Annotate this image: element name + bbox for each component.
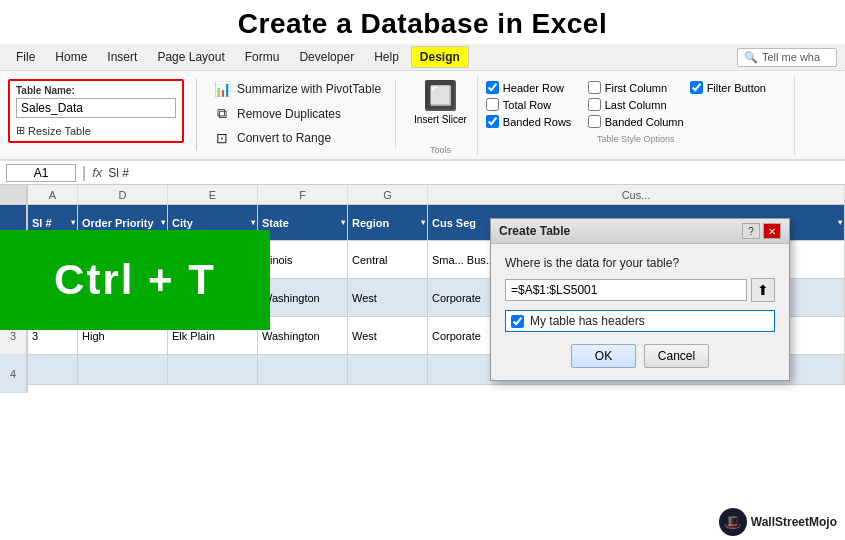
remove-duplicates-btn[interactable]: ⧉ Remove Duplicates — [209, 103, 385, 124]
page-title: Create a Database in Excel — [0, 0, 845, 44]
menu-file[interactable]: File — [8, 47, 43, 67]
table-style-options-label: Table Style Options — [486, 134, 786, 144]
style-options-checkboxes: Header Row First Column Filter Button To… — [486, 81, 786, 128]
summarize-pivot-label: Summarize with PivotTable — [237, 82, 381, 96]
menu-developer[interactable]: Developer — [291, 47, 362, 67]
duplicates-icon: ⧉ — [213, 105, 231, 122]
slicer-icon: 🔲 — [423, 79, 458, 112]
resize-table-btn[interactable]: ⊞ Resize Table — [16, 124, 176, 137]
resize-table-label: Resize Table — [28, 125, 91, 137]
col-header-e: E — [168, 185, 258, 204]
banded-rows-check[interactable]: Banded Rows — [486, 115, 582, 128]
col-header-g: G — [348, 185, 428, 204]
cell-3-region[interactable]: West — [348, 317, 428, 355]
dialog-upload-btn[interactable]: ⬆ — [751, 278, 775, 302]
formula-content: Sl # — [108, 166, 129, 180]
total-row-check[interactable]: Total Row — [486, 98, 582, 111]
cell-4-sl[interactable] — [28, 355, 78, 385]
pivot-icon: 📊 — [213, 81, 231, 97]
dropdown-arrow-sl: ▾ — [71, 218, 75, 227]
table-name-input[interactable] — [16, 98, 176, 118]
fx-label: fx — [92, 165, 102, 180]
last-column-check[interactable]: Last Column — [588, 98, 684, 111]
table-name-group: Table Name: ⊞ Resize Table — [8, 79, 184, 143]
slicer-group: 🔲 Insert Slicer Tools — [404, 75, 478, 155]
tools-section-label: Tools — [430, 145, 451, 155]
row-num-header — [0, 185, 27, 205]
cell-4-region[interactable] — [348, 355, 428, 385]
dialog-headers-label: My table has headers — [530, 314, 645, 328]
dialog-title: Create Table — [499, 224, 570, 238]
resize-icon: ⊞ — [16, 124, 25, 137]
formula-divider: | — [82, 164, 86, 182]
convert-to-range-label: Convert to Range — [237, 131, 331, 145]
ctrl-t-text: Ctrl + T — [54, 256, 216, 304]
dropdown-arrow-seg: ▾ — [838, 218, 842, 227]
col-header-a: A — [28, 185, 78, 204]
remove-duplicates-label: Remove Duplicates — [237, 107, 341, 121]
menu-home[interactable]: Home — [47, 47, 95, 67]
menu-formulas[interactable]: Formu — [237, 47, 288, 67]
create-table-dialog: Create Table ? ✕ Where is the data for y… — [490, 218, 790, 381]
dialog-checkbox-row: My table has headers — [505, 310, 775, 332]
cell-header-region[interactable]: Region ▾ — [348, 205, 428, 241]
tell-me-box[interactable]: 🔍 Tell me wha — [737, 48, 837, 67]
slicer-label[interactable]: Insert Slicer — [414, 114, 467, 125]
convert-to-range-btn[interactable]: ⊡ Convert to Range — [209, 128, 385, 148]
search-icon: 🔍 — [744, 51, 758, 64]
col-header-f: F — [258, 185, 348, 204]
dropdown-arrow-state: ▾ — [341, 218, 345, 227]
dialog-headers-checkbox[interactable] — [511, 315, 524, 328]
menu-bar: File Home Insert Page Layout Formu Devel… — [0, 44, 845, 71]
dialog-cancel-btn[interactable]: Cancel — [644, 344, 709, 368]
menu-design[interactable]: Design — [411, 46, 469, 68]
dialog-question: Where is the data for your table? — [505, 256, 775, 270]
cell-4-priority[interactable] — [78, 355, 168, 385]
dialog-body: Where is the data for your table? ⬆ My t… — [491, 244, 789, 380]
menu-insert[interactable]: Insert — [99, 47, 145, 67]
menu-page-layout[interactable]: Page Layout — [149, 47, 232, 67]
dialog-close-btn[interactable]: ✕ — [763, 223, 781, 239]
cell-2-state[interactable]: Washington — [258, 279, 348, 317]
cell-4-city[interactable] — [168, 355, 258, 385]
dialog-input-row: ⬆ — [505, 278, 775, 302]
name-box[interactable] — [6, 164, 76, 182]
first-column-check[interactable]: First Column — [588, 81, 684, 94]
tools-group: 📊 Summarize with PivotTable ⧉ Remove Dup… — [209, 79, 396, 148]
ribbon-content: Table Name: ⊞ Resize Table 📊 Summarize w… — [0, 71, 845, 161]
filter-button-check[interactable]: Filter Button — [690, 81, 786, 94]
dropdown-arrow-city: ▾ — [251, 218, 255, 227]
col-headers: A D E F G Cus... — [28, 185, 845, 205]
ctrl-t-overlay: Ctrl + T — [0, 230, 270, 330]
cell-header-state[interactable]: State ▾ — [258, 205, 348, 241]
dialog-controls: ? ✕ — [742, 223, 781, 239]
cell-1-state[interactable]: Illinois — [258, 241, 348, 279]
table-name-label: Table Name: — [16, 85, 176, 96]
summarize-pivot-btn[interactable]: 📊 Summarize with PivotTable — [209, 79, 385, 99]
dialog-ok-btn[interactable]: OK — [571, 344, 636, 368]
dropdown-arrow-region: ▾ — [421, 218, 425, 227]
tell-me-text: Tell me wha — [762, 51, 820, 63]
cell-1-region[interactable]: Central — [348, 241, 428, 279]
menu-help[interactable]: Help — [366, 47, 407, 67]
cell-4-state[interactable] — [258, 355, 348, 385]
dialog-title-bar: Create Table ? ✕ — [491, 219, 789, 244]
cell-2-region[interactable]: West — [348, 279, 428, 317]
col-header-d: D — [78, 185, 168, 204]
col-header-cus: Cus... — [428, 185, 845, 204]
wsm-logo: 🎩 WallStreetMojo — [719, 508, 837, 536]
row-num-4: 4 — [0, 355, 27, 393]
style-options-group: Header Row First Column Filter Button To… — [486, 75, 795, 155]
range-icon: ⊡ — [213, 130, 231, 146]
dialog-range-input[interactable] — [505, 279, 747, 301]
cell-3-state[interactable]: Washington — [258, 317, 348, 355]
wsm-icon: 🎩 — [719, 508, 747, 536]
dialog-help-btn[interactable]: ? — [742, 223, 760, 239]
header-row-check[interactable]: Header Row — [486, 81, 582, 94]
wsm-name: WallStreetMojo — [751, 515, 837, 529]
formula-bar: | fx Sl # — [0, 161, 845, 185]
dropdown-arrow-priority: ▾ — [161, 218, 165, 227]
dialog-buttons: OK Cancel — [505, 344, 775, 368]
banded-column-check[interactable]: Banded Column — [588, 115, 684, 128]
